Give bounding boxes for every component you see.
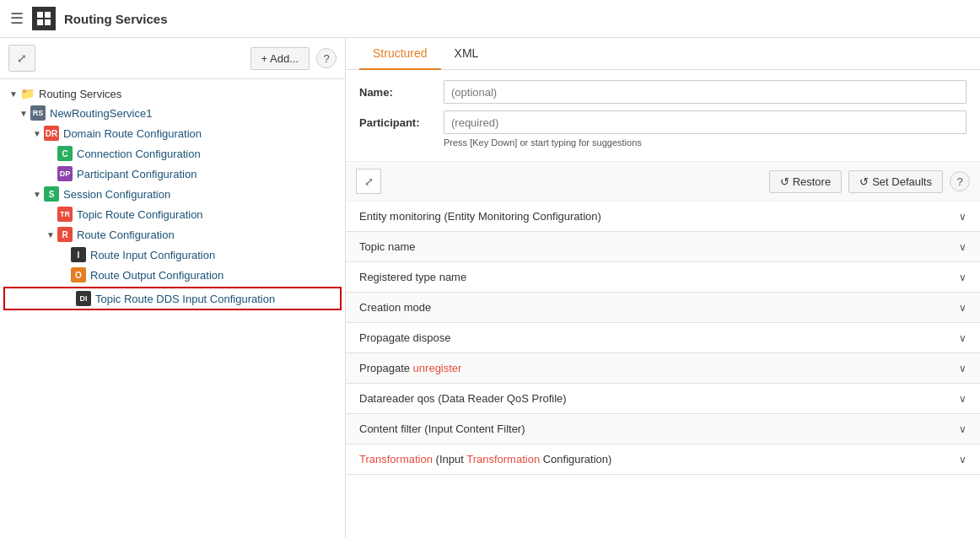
accordion-propagate-dispose: Propagate dispose ∨ bbox=[346, 323, 980, 353]
accordion-title: Propagate dispose bbox=[359, 331, 450, 344]
accordion-header-propagate-dispose[interactable]: Propagate dispose ∨ bbox=[346, 323, 980, 352]
participant-row: Participant: bbox=[359, 110, 967, 134]
accordion-header-registered-type-name[interactable]: Registered type name ∨ bbox=[346, 262, 980, 292]
tree-item-session-config[interactable]: ▼ S Session Configuration bbox=[0, 184, 345, 204]
dr-icon: DR bbox=[44, 126, 59, 141]
chevron-down-icon: ∨ bbox=[959, 454, 967, 465]
tree-item-domain-route-config[interactable]: ▼ DR Domain Route Configuration bbox=[0, 123, 345, 143]
tree-item-topic-route-dds-input[interactable]: DI Topic Route DDS Input Configuration bbox=[3, 287, 342, 310]
tree-label: Connection Configuration bbox=[77, 148, 201, 160]
toggle-arrow bbox=[57, 271, 71, 280]
tree-label: Route Configuration bbox=[77, 229, 175, 241]
accordion-header-entity-monitoring[interactable]: Entity monitoring (Entity Monitoring Con… bbox=[346, 202, 980, 231]
accordion-header-topic-name[interactable]: Topic name ∨ bbox=[346, 232, 980, 261]
app-logo bbox=[32, 7, 56, 30]
folder-icon: 📁 bbox=[20, 87, 35, 100]
accordion-entity-monitoring: Entity monitoring (Entity Monitoring Con… bbox=[346, 202, 980, 232]
toggle-arrow: ▼ bbox=[17, 109, 30, 118]
sidebar: ⤢ + Add... ? ▼ 📁 Routing Services ▼ RS N… bbox=[0, 38, 346, 538]
accordion-title: Propagate unregister bbox=[359, 362, 461, 374]
tree-item-new-routing-service[interactable]: ▼ RS NewRoutingService1 bbox=[0, 103, 345, 123]
i-icon: I bbox=[71, 247, 86, 262]
di-icon: DI bbox=[76, 291, 91, 306]
toggle-arrow bbox=[57, 250, 71, 260]
app-title: Routing Services bbox=[64, 12, 168, 26]
svg-rect-2 bbox=[37, 19, 43, 25]
toggle-arrow bbox=[44, 210, 57, 219]
name-label: Name: bbox=[359, 86, 444, 99]
config-toolbar: ⤢ ↺ Restore ↺ Set Defaults ? bbox=[346, 162, 980, 202]
defaults-icon: ↺ bbox=[859, 175, 869, 188]
toggle-arrow bbox=[44, 169, 57, 179]
config-help-button[interactable]: ? bbox=[950, 171, 970, 191]
form-area: Name: Participant: Press [Key Down] or s… bbox=[346, 70, 980, 162]
rs-icon: RS bbox=[30, 105, 46, 121]
accordion: Entity monitoring (Entity Monitoring Con… bbox=[346, 202, 980, 475]
participant-input[interactable] bbox=[444, 110, 967, 134]
accordion-header-propagate-unregister[interactable]: Propagate unregister ∨ bbox=[346, 353, 980, 383]
name-row: Name: bbox=[359, 80, 967, 104]
accordion-title: Datareader qos (Data Reader QoS Profile) bbox=[359, 392, 567, 405]
accordion-propagate-unregister: Propagate unregister ∨ bbox=[346, 353, 980, 384]
dp-icon: DP bbox=[57, 166, 73, 181]
accordion-header-datareader-qos[interactable]: Datareader qos (Data Reader QoS Profile)… bbox=[346, 384, 980, 413]
r-icon: R bbox=[57, 227, 73, 242]
restore-button[interactable]: ↺ Restore bbox=[769, 170, 843, 193]
tree-item-participant-config[interactable]: DP Participant Configuration bbox=[0, 164, 345, 184]
chevron-down-icon: ∨ bbox=[959, 302, 967, 314]
set-defaults-button[interactable]: ↺ Set Defaults bbox=[848, 170, 943, 193]
config-expand-button[interactable]: ⤢ bbox=[356, 169, 381, 194]
tree-label: Topic Route DDS Input Configuration bbox=[95, 293, 275, 305]
right-panel: Structured XML Name: Participant: Press … bbox=[346, 38, 980, 538]
toggle-arrow: ▼ bbox=[44, 230, 57, 239]
tree-label: Participant Configuration bbox=[77, 168, 197, 180]
tr-icon: TR bbox=[57, 207, 73, 222]
config-panel: ⤢ ↺ Restore ↺ Set Defaults ? Entity moni… bbox=[346, 162, 980, 538]
tab-xml[interactable]: XML bbox=[441, 38, 493, 70]
accordion-title: Registered type name bbox=[359, 271, 466, 283]
toggle-arrow: ▼ bbox=[7, 89, 20, 99]
toggle-arrow bbox=[62, 294, 76, 304]
tree: ▼ 📁 Routing Services ▼ RS NewRoutingServ… bbox=[0, 79, 345, 538]
participant-hint: Press [Key Down] or start typing for sug… bbox=[444, 137, 967, 148]
tree-item-routing-services-root[interactable]: ▼ 📁 Routing Services bbox=[0, 84, 345, 103]
sidebar-toolbar: ⤢ + Add... ? bbox=[0, 38, 345, 79]
defaults-label: Set Defaults bbox=[872, 175, 932, 188]
tree-label: Route Input Configuration bbox=[90, 249, 215, 261]
tree-item-route-output-config[interactable]: O Route Output Configuration bbox=[0, 265, 345, 285]
svg-rect-1 bbox=[45, 12, 51, 18]
tree-item-route-input-config[interactable]: I Route Input Configuration bbox=[0, 245, 345, 265]
chevron-down-icon: ∨ bbox=[959, 211, 967, 223]
name-input[interactable] bbox=[444, 80, 967, 104]
tree-item-topic-route-config[interactable]: TR Topic Route Configuration bbox=[0, 204, 345, 224]
tree-label: NewRoutingService1 bbox=[50, 107, 152, 120]
menu-icon[interactable]: ☰ bbox=[10, 9, 24, 28]
participant-label: Participant: bbox=[359, 116, 444, 129]
tree-label: Domain Route Configuration bbox=[63, 127, 202, 140]
tab-structured[interactable]: Structured bbox=[359, 38, 441, 70]
accordion-header-transformation[interactable]: Transformation (Input Transformation Con… bbox=[346, 444, 980, 474]
tree-label: Session Configuration bbox=[63, 188, 170, 201]
main-layout: ⤢ + Add... ? ▼ 📁 Routing Services ▼ RS N… bbox=[0, 38, 980, 538]
chevron-down-icon: ∨ bbox=[959, 393, 967, 405]
accordion-creation-mode: Creation mode ∨ bbox=[346, 293, 980, 323]
accordion-title: Content filter (Input Content Filter) bbox=[359, 422, 525, 435]
restore-icon: ↺ bbox=[780, 175, 789, 188]
accordion-registered-type-name: Registered type name ∨ bbox=[346, 262, 980, 293]
accordion-title: Creation mode bbox=[359, 301, 431, 314]
accordion-transformation: Transformation (Input Transformation Con… bbox=[346, 444, 980, 475]
tree-item-route-config[interactable]: ▼ R Route Configuration bbox=[0, 224, 345, 245]
svg-rect-0 bbox=[37, 12, 43, 18]
toggle-arrow bbox=[44, 149, 57, 159]
svg-rect-3 bbox=[45, 19, 51, 25]
accordion-header-creation-mode[interactable]: Creation mode ∨ bbox=[346, 293, 980, 322]
sidebar-help-button[interactable]: ? bbox=[316, 48, 337, 68]
add-button[interactable]: + Add... bbox=[250, 47, 310, 70]
tree-item-connection-config[interactable]: C Connection Configuration bbox=[0, 143, 345, 164]
chevron-down-icon: ∨ bbox=[959, 241, 967, 253]
sidebar-expand-button[interactable]: ⤢ bbox=[8, 45, 35, 72]
toggle-arrow: ▼ bbox=[30, 129, 44, 138]
accordion-title: Topic name bbox=[359, 240, 415, 253]
accordion-header-content-filter[interactable]: Content filter (Input Content Filter) ∨ bbox=[346, 414, 980, 444]
accordion-datareader-qos: Datareader qos (Data Reader QoS Profile)… bbox=[346, 384, 980, 414]
